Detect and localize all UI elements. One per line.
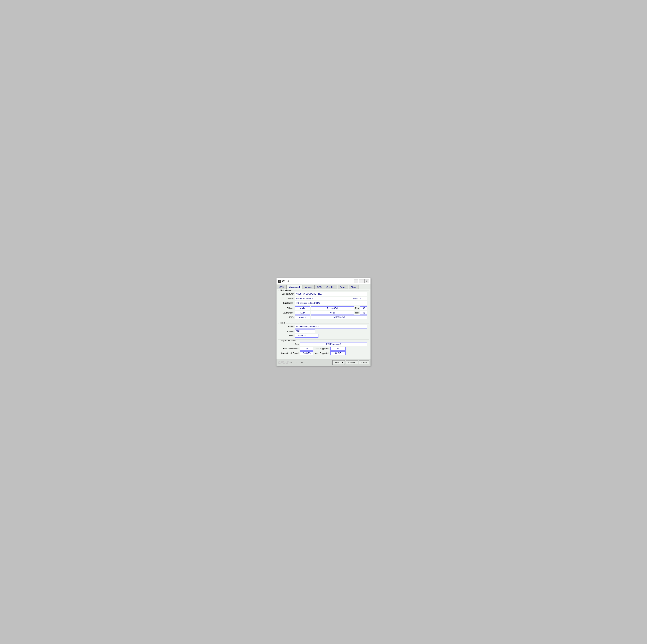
app-icon xyxy=(278,279,281,283)
tools-group: Tools ▼ xyxy=(333,360,345,365)
tab-about[interactable]: About xyxy=(349,285,359,289)
bios-date-label: Date xyxy=(280,334,295,337)
cpu-z-logo: CPU-Z xyxy=(278,360,288,365)
southbridge-name: AMD xyxy=(295,311,310,315)
graphic-interface-label: Graphic Interface xyxy=(279,339,296,342)
window-controls: — □ ✕ xyxy=(354,279,369,283)
gi-link-speed-value: 8.0 GT/s xyxy=(300,351,313,355)
motherboard-group: Motherboard Manufacturer ASUSTeK COMPUTE… xyxy=(278,291,369,322)
tab-bar: CPU Mainboard Memory SPD Graphics Bench … xyxy=(277,284,370,289)
lpcio-label: LPCIO xyxy=(280,316,295,319)
maximize-button[interactable]: □ xyxy=(359,279,364,283)
tab-graphics[interactable]: Graphics xyxy=(324,285,337,289)
chipset-label: Chipset xyxy=(280,307,295,310)
southbridge-rev-label: Rev. xyxy=(354,312,360,314)
bus-specs-label: Bus Specs. xyxy=(280,302,295,304)
version-text: Ver. 2.07.0.x64 xyxy=(289,361,332,364)
tab-bench[interactable]: Bench xyxy=(338,285,348,289)
manufacturer-value: ASUSTeK COMPUTER INC. xyxy=(295,292,367,296)
close-app-button[interactable]: Close xyxy=(359,360,369,365)
gi-link-speed-max-value: 16.0 GT/s xyxy=(331,351,346,355)
lpcio-row: LPCIO Nuvoton NCT6798D-R xyxy=(280,316,367,319)
chipset-name: AMD xyxy=(295,306,310,310)
gi-link-speed-label: Current Link Speed xyxy=(280,352,300,355)
gi-link-width-max-value: x8 xyxy=(331,347,346,350)
main-content: Motherboard Manufacturer ASUSTeK COMPUTE… xyxy=(277,289,370,359)
southbridge-row: Southbridge AMD A520 Rev. 51 xyxy=(280,311,367,315)
model-row: Model PRIME A520M-A II Rev X.0x xyxy=(280,297,367,300)
tab-spd[interactable]: SPD xyxy=(315,285,324,289)
gi-bus-row: Bus PCI-Express 4.0 xyxy=(280,342,367,346)
window-title: CPU-Z xyxy=(282,280,354,282)
gi-link-speed-max-label: Max. Supported xyxy=(313,352,331,355)
main-window: CPU-Z — □ ✕ CPU Mainboard Memory SPD Gra… xyxy=(276,278,371,366)
motherboard-group-label: Motherboard xyxy=(279,289,292,292)
model-label: Model xyxy=(280,297,295,300)
chipset-rev-label: Rev. xyxy=(354,307,360,310)
tab-cpu[interactable]: CPU xyxy=(277,285,286,289)
gi-bus-label: Bus xyxy=(280,343,300,345)
chipset-rev-value: 00 xyxy=(360,306,367,310)
southbridge-rev-value: 51 xyxy=(360,311,367,315)
lpcio-detail: NCT6798D-R xyxy=(311,316,367,319)
svg-rect-3 xyxy=(279,281,280,281)
tools-dropdown-button[interactable]: ▼ xyxy=(341,360,345,365)
chipset-detail: Ryzen SOC xyxy=(311,306,354,310)
bios-version-label: Version xyxy=(280,330,295,332)
gi-link-width-max-label: Max. Supported xyxy=(313,347,331,350)
bios-brand-label: Brand xyxy=(280,325,295,328)
southbridge-label: Southbridge xyxy=(280,312,295,314)
manufacturer-row: Manufacturer ASUSTeK COMPUTER INC. xyxy=(280,292,367,296)
gi-link-speed-row: Current Link Speed 8.0 GT/s Max. Support… xyxy=(280,351,367,355)
model-rev-value: Rev X.0x xyxy=(347,297,367,300)
bios-brand-row: Brand American Megatrends Inc. xyxy=(280,325,367,328)
model-value: PRIME A520M-A II xyxy=(295,297,347,300)
bios-date-value: 02/23/2023 xyxy=(295,334,318,338)
bus-specs-row: Bus Specs. PCI-Express 3.0 (8.0 GT/s) xyxy=(280,301,367,305)
close-button[interactable]: ✕ xyxy=(364,279,369,283)
gi-bus-value: PCI-Express 4.0 xyxy=(300,342,367,346)
gi-link-width-row: Current Link Width x8 Max. Supported x8 xyxy=(280,347,367,350)
gi-link-width-label: Current Link Width xyxy=(280,347,300,350)
tab-mainboard[interactable]: Mainboard xyxy=(286,285,302,289)
tools-button[interactable]: Tools xyxy=(333,360,341,365)
gi-link-width-value: x8 xyxy=(300,347,313,350)
lpcio-name: Nuvoton xyxy=(295,316,310,319)
bottom-bar: CPU-Z Ver. 2.07.0.x64 Tools ▼ Validate C… xyxy=(277,359,370,366)
manufacturer-label: Manufacturer xyxy=(280,293,295,295)
bios-group-label: BIOS xyxy=(279,322,286,324)
bios-version-row: Version 3002 xyxy=(280,329,367,333)
graphic-interface-group: Graphic Interface Bus PCI-Express 4.0 Cu… xyxy=(278,341,369,358)
bus-specs-value: PCI-Express 3.0 (8.0 GT/s) xyxy=(295,301,367,305)
tab-memory[interactable]: Memory xyxy=(302,285,314,289)
southbridge-detail: A520 xyxy=(311,311,354,315)
minimize-button[interactable]: — xyxy=(354,279,358,283)
title-bar: CPU-Z — □ ✕ xyxy=(277,278,370,284)
bios-version-value: 3002 xyxy=(295,329,315,333)
chipset-row: Chipset AMD Ryzen SOC Rev. 00 xyxy=(280,306,367,310)
bios-brand-value: American Megatrends Inc. xyxy=(295,325,367,328)
validate-button[interactable]: Validate xyxy=(346,360,358,365)
bios-group: BIOS Brand American Megatrends Inc. Vers… xyxy=(278,323,369,339)
bios-date-row: Date 02/23/2023 xyxy=(280,334,367,338)
